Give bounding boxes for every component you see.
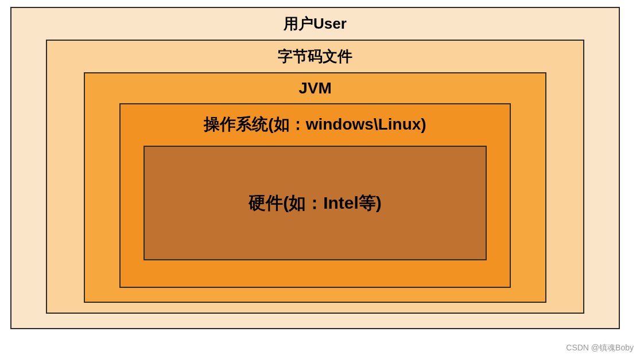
label-hardware: 硬件(如：Intel等): [249, 192, 382, 215]
label-jvm: JVM: [119, 76, 511, 103]
layer-jvm: JVM 操作系统(如：windows\Linux) 硬件(如：Intel等): [84, 72, 546, 303]
layer-user: 用户User 字节码文件 JVM 操作系统(如：windows\Linux) 硬…: [10, 7, 620, 329]
label-user: 用户User: [46, 10, 584, 40]
label-os: 操作系统(如：windows\Linux): [143, 108, 487, 146]
watermark-text: CSDN @镇魂Boby: [566, 343, 634, 353]
layer-os: 操作系统(如：windows\Linux) 硬件(如：Intel等): [119, 103, 511, 288]
layer-bytecode: 字节码文件 JVM 操作系统(如：windows\Linux) 硬件(如：Int…: [46, 40, 584, 314]
layer-hardware: 硬件(如：Intel等): [143, 146, 487, 260]
label-bytecode: 字节码文件: [84, 43, 546, 72]
